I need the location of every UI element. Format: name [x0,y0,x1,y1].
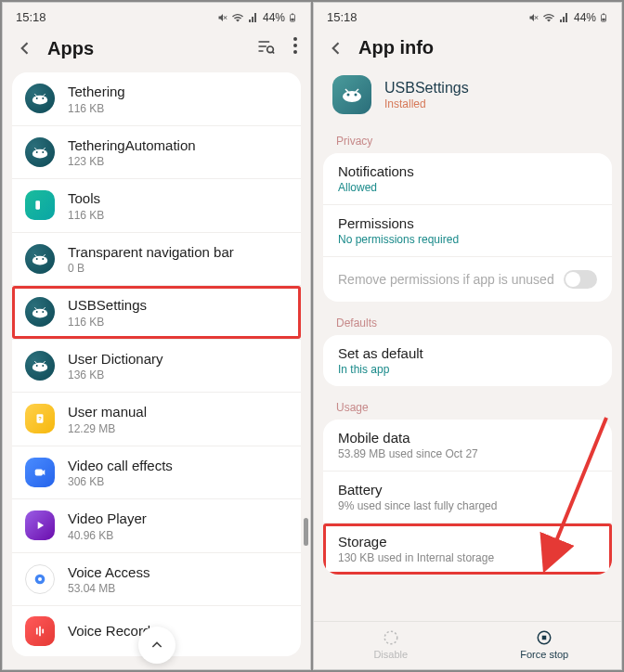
disable-button: Disable [314,622,468,669]
back-icon[interactable] [327,39,345,58]
app-row[interactable]: User Dictionary136 KB [12,340,301,394]
battery-icon [599,11,608,24]
svg-rect-42 [603,13,604,14]
svg-line-32 [43,361,45,363]
svg-point-24 [36,311,38,313]
app-icon [332,75,371,114]
mute-icon [217,12,228,23]
mobile-data-row[interactable]: Mobile data 53.89 MB used since Oct 27 [323,420,612,472]
svg-rect-1 [292,13,293,14]
storage-row[interactable]: Storage 130 KB used in Internal storage [323,523,612,575]
svg-line-48 [356,89,358,92]
back-icon[interactable] [16,39,34,58]
svg-point-3 [267,46,274,53]
battery-row[interactable]: Battery 9% used since last fully charged [323,472,612,523]
app-row[interactable]: Video call effects306 KB [12,446,301,500]
app-icon [25,84,55,113]
svg-point-19 [36,258,38,260]
svg-line-31 [34,361,36,363]
app-name-label: User Dictionary [68,350,288,368]
force-stop-button[interactable]: Force stop [468,622,622,669]
app-name-label: Video call effects [68,457,288,475]
page-title: Apps [47,38,243,59]
svg-point-30 [42,365,44,367]
app-row[interactable]: USBSettings116 KB [12,286,301,340]
signal-icon [558,12,571,23]
app-row[interactable]: Video Player40.96 KB [12,499,301,553]
status-indicators: 44% [217,11,297,24]
header: Apps [3,28,310,72]
more-icon[interactable] [293,37,297,59]
set-default-row[interactable]: Set as default In this app [323,335,612,386]
scroll-top-button[interactable] [138,627,176,664]
app-info-content[interactable]: USBSettings Installed Privacy Notificati… [314,71,621,621]
app-icon [25,510,55,540]
app-size-label: 12.29 MB [68,422,288,435]
apps-list[interactable]: Tethering116 KBTetheringAutomation123 KB… [3,72,310,669]
app-row[interactable]: TetheringAutomation123 KB [12,126,301,180]
status-bar: 15:18 44% [3,3,310,28]
section-privacy: Privacy [323,127,612,153]
app-name-label: Tools [68,189,288,208]
svg-point-9 [42,97,44,99]
svg-point-20 [42,258,44,260]
remove-unused-row[interactable]: Remove permissions if app is unused [323,257,612,302]
toggle-switch[interactable] [564,270,597,289]
app-row[interactable]: Tools116 KB [12,179,301,233]
svg-point-8 [36,97,38,99]
svg-point-25 [42,311,44,313]
svg-point-44 [343,91,361,102]
mute-icon [528,12,540,23]
svg-line-22 [43,254,45,256]
svg-rect-40 [42,629,44,634]
status-time: 15:18 [16,10,46,24]
app-size-label: 53.04 MB [68,582,288,595]
page-title: App info [358,37,608,58]
app-icon [25,137,55,167]
wifi-icon [231,12,244,23]
app-name-label: Video Player [68,510,288,528]
svg-rect-38 [36,628,38,635]
app-size-label: 306 KB [68,475,288,488]
permissions-row[interactable]: Permissions No permissions required [323,205,612,257]
search-filter-icon[interactable] [256,37,275,59]
svg-point-23 [32,309,47,318]
app-status: Installed [384,97,469,110]
app-name-label: USBSettings [68,296,288,315]
app-icon [25,458,55,487]
app-row[interactable]: Voice Access53.04 MB [12,553,301,607]
svg-point-28 [32,362,47,371]
app-name-label: Voice Recorder [68,622,288,640]
section-usage: Usage [323,394,612,420]
app-icon [25,351,55,381]
app-name: USBSettings [384,80,469,97]
status-indicators: 44% [528,11,608,24]
app-row[interactable]: Tethering116 KB [12,72,301,126]
app-name-label: Transparent navigation bar [68,243,288,262]
svg-line-16 [43,148,45,149]
status-bar: 15:18 44% [314,3,621,28]
svg-rect-51 [542,636,547,640]
app-name-label: User manual [68,403,288,421]
notifications-row[interactable]: Notifications Allowed [323,153,612,205]
app-name-label: Tethering [68,83,288,101]
app-name-label: TetheringAutomation [68,136,288,155]
app-size-label: 40.96 KB [68,529,288,542]
svg-line-26 [34,307,36,309]
svg-point-5 [293,44,297,47]
svg-point-45 [347,94,350,97]
app-icon [25,564,55,594]
app-size-label: 0 B [68,262,288,275]
battery-icon [288,11,297,24]
app-icon [25,297,55,327]
svg-rect-35 [35,469,43,475]
app-row[interactable]: ?User manual12.29 MB [12,393,301,446]
app-info-screen: 15:18 44% App info USBSettings Installed… [313,2,622,670]
scrollbar-thumb[interactable] [304,518,308,546]
app-row[interactable]: Transparent navigation bar0 B [12,233,301,287]
app-size-label: 123 KB [68,155,288,168]
app-name-label: Voice Access [68,563,288,582]
app-size-label: 116 KB [68,316,288,329]
svg-line-47 [345,89,348,92]
bottom-actions: Disable Force stop [314,621,621,669]
